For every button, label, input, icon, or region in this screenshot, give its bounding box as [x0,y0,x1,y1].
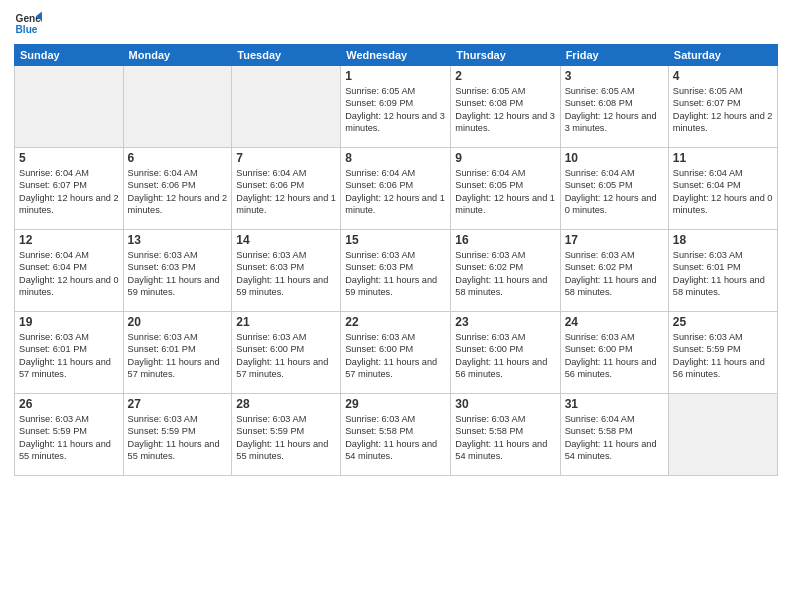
day-number: 11 [673,151,773,165]
day-info: Sunrise: 6:03 AM Sunset: 6:03 PM Dayligh… [128,249,228,299]
day-info: Sunrise: 6:05 AM Sunset: 6:09 PM Dayligh… [345,85,446,135]
calendar-cell [232,66,341,148]
calendar-week-row: 19Sunrise: 6:03 AM Sunset: 6:01 PM Dayli… [15,312,778,394]
calendar-cell [668,394,777,476]
calendar-cell: 8Sunrise: 6:04 AM Sunset: 6:06 PM Daylig… [341,148,451,230]
calendar-cell: 31Sunrise: 6:04 AM Sunset: 5:58 PM Dayli… [560,394,668,476]
day-number: 4 [673,69,773,83]
day-info: Sunrise: 6:03 AM Sunset: 5:58 PM Dayligh… [455,413,555,463]
day-number: 12 [19,233,119,247]
header: General Blue [14,10,778,38]
day-info: Sunrise: 6:03 AM Sunset: 6:02 PM Dayligh… [455,249,555,299]
day-number: 7 [236,151,336,165]
weekday-header: Saturday [668,45,777,66]
day-info: Sunrise: 6:03 AM Sunset: 6:03 PM Dayligh… [345,249,446,299]
day-info: Sunrise: 6:03 AM Sunset: 6:02 PM Dayligh… [565,249,664,299]
day-info: Sunrise: 6:05 AM Sunset: 6:08 PM Dayligh… [455,85,555,135]
calendar-cell: 30Sunrise: 6:03 AM Sunset: 5:58 PM Dayli… [451,394,560,476]
day-info: Sunrise: 6:03 AM Sunset: 5:59 PM Dayligh… [128,413,228,463]
day-number: 28 [236,397,336,411]
calendar-cell: 14Sunrise: 6:03 AM Sunset: 6:03 PM Dayli… [232,230,341,312]
day-number: 14 [236,233,336,247]
calendar-cell: 9Sunrise: 6:04 AM Sunset: 6:05 PM Daylig… [451,148,560,230]
calendar-cell: 12Sunrise: 6:04 AM Sunset: 6:04 PM Dayli… [15,230,124,312]
calendar-cell: 4Sunrise: 6:05 AM Sunset: 6:07 PM Daylig… [668,66,777,148]
weekday-header: Thursday [451,45,560,66]
day-info: Sunrise: 6:03 AM Sunset: 6:00 PM Dayligh… [455,331,555,381]
day-number: 25 [673,315,773,329]
calendar-cell: 5Sunrise: 6:04 AM Sunset: 6:07 PM Daylig… [15,148,124,230]
day-number: 24 [565,315,664,329]
logo: General Blue [14,10,42,38]
day-number: 27 [128,397,228,411]
day-number: 10 [565,151,664,165]
day-number: 17 [565,233,664,247]
day-number: 8 [345,151,446,165]
weekday-header: Monday [123,45,232,66]
calendar-week-row: 1Sunrise: 6:05 AM Sunset: 6:09 PM Daylig… [15,66,778,148]
day-number: 15 [345,233,446,247]
calendar-cell: 17Sunrise: 6:03 AM Sunset: 6:02 PM Dayli… [560,230,668,312]
day-number: 1 [345,69,446,83]
day-info: Sunrise: 6:04 AM Sunset: 6:04 PM Dayligh… [19,249,119,299]
calendar-cell: 23Sunrise: 6:03 AM Sunset: 6:00 PM Dayli… [451,312,560,394]
day-info: Sunrise: 6:04 AM Sunset: 6:07 PM Dayligh… [19,167,119,217]
day-number: 21 [236,315,336,329]
day-info: Sunrise: 6:03 AM Sunset: 5:58 PM Dayligh… [345,413,446,463]
page-container: General Blue SundayMondayTuesdayWednesda… [0,0,792,486]
day-info: Sunrise: 6:03 AM Sunset: 5:59 PM Dayligh… [673,331,773,381]
calendar-cell: 24Sunrise: 6:03 AM Sunset: 6:00 PM Dayli… [560,312,668,394]
calendar-cell: 18Sunrise: 6:03 AM Sunset: 6:01 PM Dayli… [668,230,777,312]
day-info: Sunrise: 6:04 AM Sunset: 6:05 PM Dayligh… [565,167,664,217]
day-number: 20 [128,315,228,329]
day-info: Sunrise: 6:03 AM Sunset: 6:01 PM Dayligh… [673,249,773,299]
calendar-cell: 10Sunrise: 6:04 AM Sunset: 6:05 PM Dayli… [560,148,668,230]
weekday-header: Tuesday [232,45,341,66]
calendar-cell: 28Sunrise: 6:03 AM Sunset: 5:59 PM Dayli… [232,394,341,476]
calendar-cell: 3Sunrise: 6:05 AM Sunset: 6:08 PM Daylig… [560,66,668,148]
calendar-cell: 29Sunrise: 6:03 AM Sunset: 5:58 PM Dayli… [341,394,451,476]
weekday-header: Friday [560,45,668,66]
day-info: Sunrise: 6:04 AM Sunset: 6:04 PM Dayligh… [673,167,773,217]
day-number: 9 [455,151,555,165]
day-number: 13 [128,233,228,247]
weekday-header: Sunday [15,45,124,66]
day-number: 18 [673,233,773,247]
calendar-cell: 16Sunrise: 6:03 AM Sunset: 6:02 PM Dayli… [451,230,560,312]
day-number: 2 [455,69,555,83]
day-number: 5 [19,151,119,165]
weekday-header-row: SundayMondayTuesdayWednesdayThursdayFrid… [15,45,778,66]
calendar-cell: 6Sunrise: 6:04 AM Sunset: 6:06 PM Daylig… [123,148,232,230]
day-info: Sunrise: 6:05 AM Sunset: 6:08 PM Dayligh… [565,85,664,135]
day-info: Sunrise: 6:04 AM Sunset: 6:06 PM Dayligh… [236,167,336,217]
calendar-cell: 19Sunrise: 6:03 AM Sunset: 6:01 PM Dayli… [15,312,124,394]
calendar-cell [123,66,232,148]
calendar-cell: 25Sunrise: 6:03 AM Sunset: 5:59 PM Dayli… [668,312,777,394]
day-info: Sunrise: 6:05 AM Sunset: 6:07 PM Dayligh… [673,85,773,135]
day-info: Sunrise: 6:03 AM Sunset: 6:00 PM Dayligh… [345,331,446,381]
calendar-cell: 20Sunrise: 6:03 AM Sunset: 6:01 PM Dayli… [123,312,232,394]
calendar-cell: 27Sunrise: 6:03 AM Sunset: 5:59 PM Dayli… [123,394,232,476]
day-info: Sunrise: 6:04 AM Sunset: 6:06 PM Dayligh… [345,167,446,217]
day-info: Sunrise: 6:04 AM Sunset: 6:06 PM Dayligh… [128,167,228,217]
calendar-table: SundayMondayTuesdayWednesdayThursdayFrid… [14,44,778,476]
day-number: 23 [455,315,555,329]
calendar-cell: 2Sunrise: 6:05 AM Sunset: 6:08 PM Daylig… [451,66,560,148]
day-number: 26 [19,397,119,411]
calendar-week-row: 12Sunrise: 6:04 AM Sunset: 6:04 PM Dayli… [15,230,778,312]
day-number: 22 [345,315,446,329]
day-info: Sunrise: 6:03 AM Sunset: 5:59 PM Dayligh… [19,413,119,463]
day-number: 29 [345,397,446,411]
day-number: 31 [565,397,664,411]
day-number: 30 [455,397,555,411]
day-info: Sunrise: 6:03 AM Sunset: 6:01 PM Dayligh… [128,331,228,381]
day-info: Sunrise: 6:03 AM Sunset: 6:01 PM Dayligh… [19,331,119,381]
logo-icon: General Blue [14,10,42,38]
calendar-cell: 11Sunrise: 6:04 AM Sunset: 6:04 PM Dayli… [668,148,777,230]
day-info: Sunrise: 6:04 AM Sunset: 5:58 PM Dayligh… [565,413,664,463]
weekday-header: Wednesday [341,45,451,66]
day-number: 16 [455,233,555,247]
calendar-week-row: 26Sunrise: 6:03 AM Sunset: 5:59 PM Dayli… [15,394,778,476]
day-info: Sunrise: 6:03 AM Sunset: 6:00 PM Dayligh… [565,331,664,381]
day-info: Sunrise: 6:04 AM Sunset: 6:05 PM Dayligh… [455,167,555,217]
